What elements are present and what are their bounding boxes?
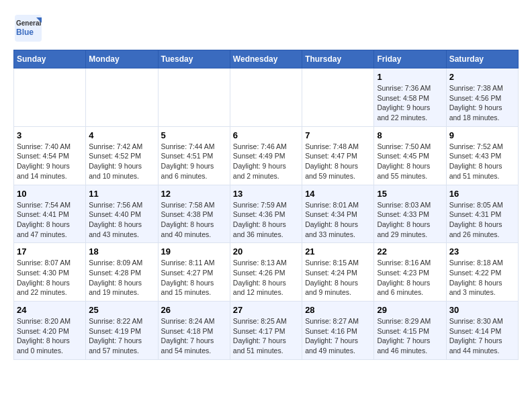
day-number: 1 <box>377 72 443 82</box>
day-info: Sunrise: 7:42 AM Sunset: 4:52 PM Dayligh… <box>89 142 154 181</box>
day-info: Sunrise: 7:36 AM Sunset: 4:58 PM Dayligh… <box>377 83 443 123</box>
calendar-header-row: SundayMondayTuesdayWednesdayThursdayFrid… <box>14 50 519 68</box>
calendar-cell: 26Sunrise: 8:24 AM Sunset: 4:18 PM Dayli… <box>158 302 230 360</box>
calendar-cell: 9Sunrise: 7:52 AM Sunset: 4:43 PM Daylig… <box>446 126 518 185</box>
calendar-cell: 19Sunrise: 8:11 AM Sunset: 4:27 PM Dayli… <box>158 243 230 302</box>
day-number: 2 <box>449 72 515 82</box>
calendar-cell: 7Sunrise: 7:48 AM Sunset: 4:47 PM Daylig… <box>302 126 374 185</box>
svg-text:Blue: Blue <box>16 28 34 37</box>
calendar-week-row: 3Sunrise: 7:40 AM Sunset: 4:54 PM Daylig… <box>14 126 519 185</box>
day-number: 10 <box>17 189 83 199</box>
calendar-cell: 30Sunrise: 8:30 AM Sunset: 4:14 PM Dayli… <box>446 302 518 360</box>
day-info: Sunrise: 8:30 AM Sunset: 4:14 PM Dayligh… <box>449 316 515 356</box>
day-info: Sunrise: 7:56 AM Sunset: 4:40 PM Dayligh… <box>89 200 154 240</box>
day-number: 5 <box>161 130 227 140</box>
day-number: 7 <box>305 130 371 140</box>
day-info: Sunrise: 7:48 AM Sunset: 4:47 PM Dayligh… <box>305 142 371 181</box>
day-info: Sunrise: 8:24 AM Sunset: 4:18 PM Dayligh… <box>161 316 227 356</box>
day-number: 27 <box>233 305 299 315</box>
calendar-cell: 25Sunrise: 8:22 AM Sunset: 4:19 PM Dayli… <box>86 302 158 360</box>
day-info: Sunrise: 8:16 AM Sunset: 4:23 PM Dayligh… <box>377 258 443 298</box>
day-info: Sunrise: 7:38 AM Sunset: 4:56 PM Dayligh… <box>449 83 515 123</box>
calendar-cell: 17Sunrise: 8:07 AM Sunset: 4:30 PM Dayli… <box>14 243 86 302</box>
day-number: 3 <box>17 130 83 140</box>
day-number: 15 <box>377 189 443 199</box>
day-number: 6 <box>233 130 299 140</box>
day-info: Sunrise: 7:50 AM Sunset: 4:45 PM Dayligh… <box>377 142 443 181</box>
day-number: 19 <box>161 246 227 257</box>
calendar-header-monday: Monday <box>86 50 158 68</box>
calendar-cell: 20Sunrise: 8:13 AM Sunset: 4:26 PM Dayli… <box>230 243 302 302</box>
day-info: Sunrise: 7:40 AM Sunset: 4:54 PM Dayligh… <box>17 142 83 181</box>
calendar-cell: 29Sunrise: 8:29 AM Sunset: 4:15 PM Dayli… <box>374 302 446 360</box>
calendar-cell: 1Sunrise: 7:36 AM Sunset: 4:58 PM Daylig… <box>374 68 446 127</box>
calendar-cell: 28Sunrise: 8:27 AM Sunset: 4:16 PM Dayli… <box>302 302 374 360</box>
calendar-header-tuesday: Tuesday <box>158 50 230 68</box>
calendar-cell: 27Sunrise: 8:25 AM Sunset: 4:17 PM Dayli… <box>230 302 302 360</box>
calendar-cell: 6Sunrise: 7:46 AM Sunset: 4:49 PM Daylig… <box>230 126 302 185</box>
day-info: Sunrise: 8:18 AM Sunset: 4:22 PM Dayligh… <box>449 258 515 298</box>
day-number: 14 <box>305 189 371 199</box>
day-info: Sunrise: 8:29 AM Sunset: 4:15 PM Dayligh… <box>377 316 443 356</box>
calendar-header-wednesday: Wednesday <box>230 50 302 68</box>
calendar-week-row: 24Sunrise: 8:20 AM Sunset: 4:20 PM Dayli… <box>14 302 519 360</box>
calendar-cell: 23Sunrise: 8:18 AM Sunset: 4:22 PM Dayli… <box>446 243 518 302</box>
day-number: 9 <box>449 130 515 140</box>
calendar-cell <box>86 68 158 127</box>
day-number: 30 <box>449 305 515 315</box>
day-info: Sunrise: 8:11 AM Sunset: 4:27 PM Dayligh… <box>161 258 227 298</box>
day-info: Sunrise: 7:58 AM Sunset: 4:38 PM Dayligh… <box>161 200 227 240</box>
calendar-cell: 18Sunrise: 8:09 AM Sunset: 4:28 PM Dayli… <box>86 243 158 302</box>
calendar-cell: 4Sunrise: 7:42 AM Sunset: 4:52 PM Daylig… <box>86 126 158 185</box>
day-number: 23 <box>449 246 515 257</box>
day-number: 24 <box>17 305 83 315</box>
calendar-cell: 12Sunrise: 7:58 AM Sunset: 4:38 PM Dayli… <box>158 185 230 243</box>
day-number: 12 <box>161 189 227 199</box>
logo: General Blue <box>13 13 43 43</box>
day-number: 25 <box>89 305 154 315</box>
day-number: 16 <box>449 189 515 199</box>
calendar-cell: 22Sunrise: 8:16 AM Sunset: 4:23 PM Dayli… <box>374 243 446 302</box>
calendar-cell: 8Sunrise: 7:50 AM Sunset: 4:45 PM Daylig… <box>374 126 446 185</box>
logo-svg: General Blue <box>13 13 43 43</box>
calendar-cell: 24Sunrise: 8:20 AM Sunset: 4:20 PM Dayli… <box>14 302 86 360</box>
calendar-cell <box>230 68 302 127</box>
day-info: Sunrise: 7:59 AM Sunset: 4:36 PM Dayligh… <box>233 200 299 240</box>
calendar-cell: 14Sunrise: 8:01 AM Sunset: 4:34 PM Dayli… <box>302 185 374 243</box>
day-info: Sunrise: 8:22 AM Sunset: 4:19 PM Dayligh… <box>89 316 154 356</box>
day-info: Sunrise: 7:46 AM Sunset: 4:49 PM Dayligh… <box>233 142 299 181</box>
calendar-cell: 3Sunrise: 7:40 AM Sunset: 4:54 PM Daylig… <box>14 126 86 185</box>
day-info: Sunrise: 8:05 AM Sunset: 4:31 PM Dayligh… <box>449 200 515 240</box>
calendar-cell <box>14 68 86 127</box>
day-number: 28 <box>305 305 371 315</box>
calendar-cell: 2Sunrise: 7:38 AM Sunset: 4:56 PM Daylig… <box>446 68 518 127</box>
day-info: Sunrise: 7:52 AM Sunset: 4:43 PM Dayligh… <box>449 142 515 181</box>
day-info: Sunrise: 8:07 AM Sunset: 4:30 PM Dayligh… <box>17 258 83 298</box>
day-number: 8 <box>377 130 443 140</box>
calendar-cell: 15Sunrise: 8:03 AM Sunset: 4:33 PM Dayli… <box>374 185 446 243</box>
day-number: 13 <box>233 189 299 199</box>
calendar-table: SundayMondayTuesdayWednesdayThursdayFrid… <box>13 50 519 360</box>
day-info: Sunrise: 7:44 AM Sunset: 4:51 PM Dayligh… <box>161 142 227 181</box>
calendar-cell: 10Sunrise: 7:54 AM Sunset: 4:41 PM Dayli… <box>14 185 86 243</box>
day-number: 18 <box>89 246 154 257</box>
calendar-header-friday: Friday <box>374 50 446 68</box>
svg-text:General: General <box>16 19 41 27</box>
day-info: Sunrise: 8:09 AM Sunset: 4:28 PM Dayligh… <box>89 258 154 298</box>
day-info: Sunrise: 8:15 AM Sunset: 4:24 PM Dayligh… <box>305 258 371 298</box>
calendar-week-row: 1Sunrise: 7:36 AM Sunset: 4:58 PM Daylig… <box>14 68 519 127</box>
calendar-cell: 13Sunrise: 7:59 AM Sunset: 4:36 PM Dayli… <box>230 185 302 243</box>
calendar-week-row: 17Sunrise: 8:07 AM Sunset: 4:30 PM Dayli… <box>14 243 519 302</box>
page-header: General Blue <box>13 13 519 43</box>
calendar-week-row: 10Sunrise: 7:54 AM Sunset: 4:41 PM Dayli… <box>14 185 519 243</box>
day-number: 29 <box>377 305 443 315</box>
calendar-cell <box>158 68 230 127</box>
calendar-cell: 5Sunrise: 7:44 AM Sunset: 4:51 PM Daylig… <box>158 126 230 185</box>
calendar-header-saturday: Saturday <box>446 50 518 68</box>
day-number: 26 <box>161 305 227 315</box>
day-number: 17 <box>17 246 83 257</box>
day-info: Sunrise: 8:20 AM Sunset: 4:20 PM Dayligh… <box>17 316 83 356</box>
day-info: Sunrise: 8:13 AM Sunset: 4:26 PM Dayligh… <box>233 258 299 298</box>
day-number: 20 <box>233 246 299 257</box>
day-number: 22 <box>377 246 443 257</box>
